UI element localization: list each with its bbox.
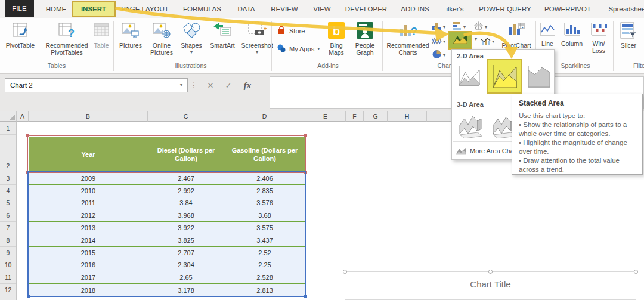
row-header-7[interactable]: 7 (0, 222, 16, 234)
cell-gasoline[interactable]: 3.576 (224, 197, 305, 209)
row-header-5[interactable]: 5 (0, 197, 16, 210)
formula-bar-drag-handle[interactable]: ⋮ (190, 79, 198, 92)
column-header-partial[interactable] (427, 111, 452, 122)
recommended-pivottables-button[interactable]: ? Recommended PivotTables (37, 21, 97, 56)
insert-combo-chart-button[interactable]: ▾ (481, 36, 494, 48)
row-header-12[interactable]: 12 (0, 284, 16, 296)
screenshot-button[interactable]: Screenshot ▾ (240, 21, 274, 55)
chart-resize-handle[interactable] (634, 270, 638, 274)
header-cell-gasoline[interactable]: Gasoline (Dollars per Gallon) (224, 137, 305, 172)
row-header-13[interactable]: 13 (0, 296, 16, 300)
chart-title[interactable]: Chart Title (345, 279, 636, 289)
people-graph-button[interactable]: People Graph (351, 21, 379, 56)
insert-line-chart-button[interactable]: ▾ (432, 36, 445, 48)
cell-year[interactable]: 2016 (29, 259, 148, 271)
chart-placeholder[interactable]: Chart Title (345, 271, 636, 300)
tab-insert[interactable]: INSERT (72, 1, 116, 17)
column-header-f[interactable]: F (346, 111, 364, 122)
slicer-button[interactable]: Slicer (615, 21, 642, 49)
cell-gasoline[interactable]: 2.25 (224, 259, 305, 271)
cell-year[interactable]: 2012 (29, 209, 148, 221)
tab-data[interactable]: DATA (233, 0, 260, 18)
cell-diesel[interactable]: 3.84 (148, 197, 224, 209)
pictures-button[interactable]: Pictures (116, 21, 145, 49)
column-header-b[interactable]: B (29, 111, 148, 122)
cell-diesel[interactable]: 3.968 (148, 209, 224, 221)
cell-gasoline[interactable]: 2.813 (224, 284, 305, 296)
cell-gasoline[interactable]: 2.406 (224, 172, 305, 184)
tab-page-layout[interactable]: PAGE LAYOUT (118, 0, 172, 18)
tab-home[interactable]: HOME (39, 0, 73, 18)
cell-diesel[interactable]: 2.65 (148, 271, 224, 283)
online-pictures-button[interactable]: Online Pictures (145, 21, 178, 56)
row-header-9[interactable]: 9 (0, 247, 16, 259)
cell-diesel[interactable]: 2.304 (148, 259, 224, 271)
tab-review[interactable]: REVIEW (268, 0, 301, 18)
cancel-button[interactable]: ✕ (203, 79, 218, 92)
cell-diesel[interactable]: 2.707 (148, 247, 224, 259)
column-header-g[interactable]: G (364, 111, 388, 122)
cell-gasoline[interactable]: 2.52 (224, 247, 305, 259)
gallery-area-3d[interactable] (454, 109, 487, 140)
cell-gasoline[interactable]: 3.575 (224, 222, 305, 234)
header-cell-year[interactable]: Year (29, 137, 148, 172)
header-cell-diesel[interactable]: Diesel (Dollars per Gallon) (148, 137, 224, 172)
column-header-d[interactable]: D (224, 111, 305, 122)
tab-power-query[interactable]: POWER QUERY (476, 0, 534, 18)
cell-year[interactable]: 2010 (29, 185, 148, 197)
tab-file[interactable]: FILE (5, 0, 34, 17)
tab-add-ins[interactable]: ADD-INS (397, 0, 433, 18)
tab-formulas[interactable]: FORMULAS (179, 0, 225, 18)
insert-pie-chart-button[interactable]: ▾ (432, 50, 445, 61)
cell-gasoline[interactable]: 2.528 (224, 271, 305, 283)
my-apps-button[interactable]: My Apps ▾ (277, 44, 320, 54)
gallery-100-stacked-area-2d[interactable] (525, 63, 552, 90)
gallery-stacked-area-2d[interactable] (487, 59, 522, 94)
name-box-caret[interactable]: ▾ (180, 83, 182, 88)
name-box[interactable]: Chart 2 ▾ (5, 78, 188, 92)
row-header-10[interactable]: 10 (0, 259, 16, 272)
recommended-charts-button[interactable]: ? Recommended Charts (385, 21, 431, 56)
sparkline-column-button[interactable]: Column (559, 21, 584, 47)
cell-year[interactable]: 2017 (29, 271, 148, 283)
pivottable-button[interactable]: PivotTable (4, 21, 37, 49)
pivotchart-button[interactable]: PivotChart (499, 21, 534, 49)
enter-button[interactable]: ✓ (221, 79, 236, 92)
cell-year[interactable]: 2013 (29, 222, 148, 234)
cell-gasoline[interactable]: 3.437 (224, 234, 305, 246)
column-header-h[interactable]: H (388, 111, 427, 122)
tab-powerpivot[interactable]: POWERPIVOT (541, 0, 594, 18)
cell-year[interactable]: 2014 (29, 234, 148, 246)
cell-gasoline[interactable]: 3.68 (224, 209, 305, 221)
insert-area-chart-button[interactable] (448, 31, 472, 50)
column-header-e[interactable]: E (305, 111, 346, 122)
cell-year[interactable]: 2009 (29, 172, 148, 184)
tab-spreadsheet[interactable]: Spreadsheet (602, 0, 644, 18)
cell-gasoline[interactable]: 2.835 (224, 185, 305, 197)
insert-function-button[interactable]: fx (240, 79, 255, 92)
smartart-button[interactable]: SmartArt (205, 21, 240, 49)
row-header-3[interactable]: 3 (0, 172, 16, 185)
column-header-a[interactable]: A (17, 111, 29, 122)
row-header-2[interactable]: 2 (0, 135, 16, 172)
cell-diesel[interactable]: 3.825 (148, 234, 224, 246)
gallery-area-2d[interactable] (454, 61, 483, 90)
cell-diesel[interactable]: 3.922 (148, 222, 224, 234)
sparkline-line-button[interactable]: Line (537, 21, 558, 47)
insert-column-chart-button[interactable]: ▾ (432, 21, 445, 33)
tab-view[interactable]: VIEW (309, 0, 335, 18)
cell-year[interactable]: 2015 (29, 247, 148, 259)
tab-developer[interactable]: DEVELOPER (342, 0, 390, 18)
cell-year[interactable]: 2018 (29, 284, 148, 296)
row-header-4[interactable]: 4 (0, 185, 16, 197)
select-all-corner[interactable] (0, 111, 17, 122)
chart-resize-handle[interactable] (343, 270, 347, 274)
row-header-8[interactable]: 8 (0, 234, 16, 247)
cell-diesel[interactable]: 2.467 (148, 172, 224, 184)
tab-ilkers[interactable]: ilker's (441, 0, 469, 18)
shapes-button[interactable]: Shapes ▾ (178, 21, 205, 55)
cell-year[interactable]: 2011 (29, 197, 148, 209)
insert-stock-radar-chart-button[interactable]: ▾ (473, 21, 487, 33)
bing-maps-button[interactable]: b Bing Maps (323, 21, 349, 56)
store-button[interactable]: Store (277, 26, 305, 36)
